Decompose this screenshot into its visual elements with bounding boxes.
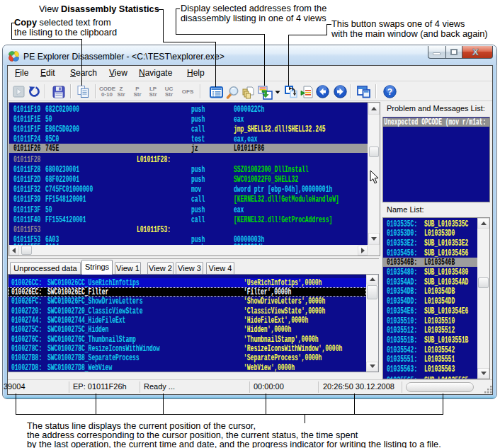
svg-text:?: ? [387, 87, 392, 97]
